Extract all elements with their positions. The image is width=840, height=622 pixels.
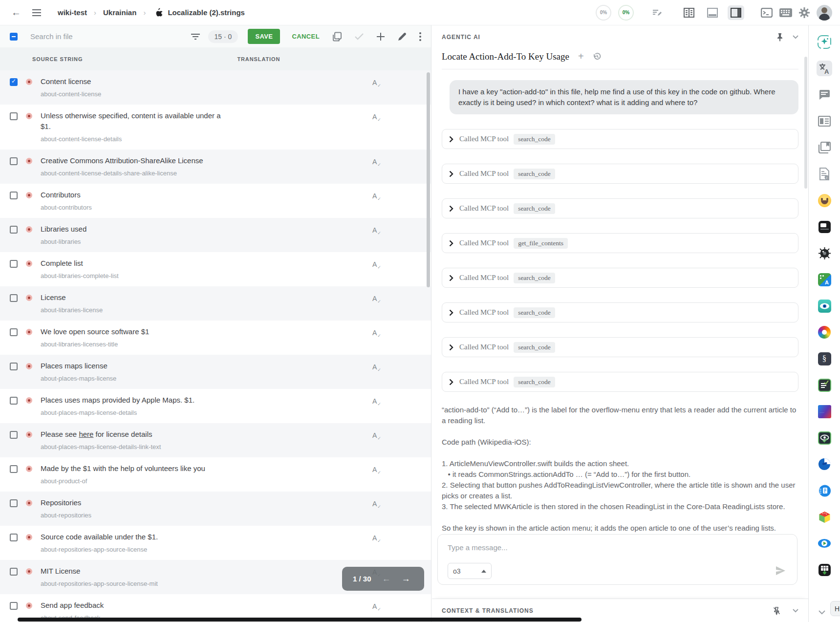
table-row[interactable]: Places maps license about-places-maps-li… [0, 355, 431, 389]
key-name[interactable]: about-places-maps-license [41, 374, 116, 383]
breadcrumb-file[interactable]: Localizable (2).strings [168, 8, 245, 17]
row-checkbox[interactable] [10, 260, 18, 268]
notebook-icon[interactable] [817, 219, 832, 235]
tool-call-row[interactable]: Called MCP tool search_code [442, 198, 798, 218]
table-row[interactable]: Content license about-content-license [0, 70, 431, 105]
source-string[interactable]: Source code available under the $1. [41, 532, 158, 542]
spellcheck-icon[interactable] [372, 602, 381, 611]
row-checkbox[interactable] [10, 226, 18, 234]
tool-call-row[interactable]: Called MCP tool search_code [442, 164, 798, 184]
expand-chevron-icon[interactable] [449, 240, 453, 247]
spellcheck-icon[interactable] [372, 431, 381, 440]
row-checkbox[interactable] [10, 465, 18, 473]
expand-chevron-icon[interactable] [449, 275, 453, 281]
translate-icon[interactable]: A [817, 61, 832, 76]
search-input[interactable] [30, 32, 191, 41]
translator-extension-icon[interactable]: A [817, 272, 832, 287]
key-name[interactable]: about-libraries-licenses-title [41, 340, 149, 349]
qa-eye-check-icon[interactable] [817, 430, 832, 446]
key-name[interactable]: about-content-license-details-share-alik… [41, 169, 203, 178]
source-string[interactable]: Complete list [41, 258, 119, 269]
row-checkbox[interactable] [10, 328, 18, 336]
terminal-icon[interactable] [761, 8, 773, 18]
table-row[interactable]: Creative Commons Attribution-ShareAlike … [0, 150, 431, 184]
select-all-checkbox[interactable] [10, 33, 18, 41]
row-checkbox[interactable] [10, 78, 18, 86]
row-checkbox[interactable] [10, 602, 18, 610]
source-string[interactable]: Please see here for license details [41, 429, 161, 440]
table-row[interactable]: Made by the $1 with the help of voluntee… [0, 457, 431, 492]
layout-right-icon[interactable] [728, 5, 744, 20]
collapse-chevron-icon[interactable] [818, 608, 825, 617]
expand-chevron-icon[interactable] [449, 205, 453, 212]
check-icon[interactable] [355, 33, 364, 40]
source-string[interactable]: We love open source software $1 [41, 326, 149, 337]
table-row[interactable]: We love open source software $1 about-li… [0, 321, 431, 355]
spellcheck-icon[interactable] [372, 192, 381, 200]
row-checkbox[interactable] [10, 363, 18, 370]
video-preview-icon[interactable] [817, 536, 832, 551]
history-icon[interactable] [593, 52, 602, 61]
tool-call-row[interactable]: Called MCP tool search_code [442, 372, 798, 392]
breadcrumb-language[interactable]: Ukrainian [103, 8, 136, 17]
row-checkbox[interactable] [10, 534, 18, 541]
key-name[interactable]: about-product-of [41, 477, 205, 486]
source-string[interactable]: Places uses maps provided by Apple Maps.… [41, 395, 194, 406]
spellcheck-icon[interactable] [372, 294, 381, 303]
pencil-icon[interactable] [398, 32, 407, 41]
row-checkbox[interactable] [10, 294, 18, 302]
key-name[interactable]: about-places-maps-license-details-link-t… [41, 443, 161, 451]
key-name[interactable]: about-repositories [41, 511, 91, 520]
reading-lists-icon[interactable] [817, 140, 832, 155]
key-name[interactable]: about-repositories-app-source-license [41, 545, 158, 554]
source-string[interactable]: Made by the $1 with the help of voluntee… [41, 463, 205, 474]
source-string[interactable]: Send app feedback [41, 600, 104, 611]
expand-chevron-icon[interactable] [449, 379, 453, 386]
unpin-icon[interactable] [773, 606, 781, 615]
source-string[interactable]: Libraries used [41, 224, 86, 235]
spellcheck-icon[interactable] [372, 499, 381, 508]
spellcheck-icon[interactable] [372, 363, 381, 371]
process-doc-icon[interactable] [817, 483, 832, 498]
source-string[interactable]: Unless otherwise specified, content is a… [41, 110, 229, 132]
cancel-button[interactable]: CANCEL [292, 33, 320, 40]
key-name[interactable]: about-contributors [41, 203, 92, 212]
color-wheel-icon[interactable] [817, 324, 832, 340]
pin-icon[interactable] [776, 33, 784, 42]
source-string[interactable]: Repositories [41, 497, 91, 508]
prev-page-icon[interactable]: ← [382, 574, 391, 584]
message-input[interactable] [448, 543, 741, 552]
table-row[interactable]: Places uses maps provided by Apple Maps.… [0, 389, 431, 423]
source-string[interactable]: Contributors [41, 190, 92, 200]
tool-call-row[interactable]: Called MCP tool get_file_contents [442, 233, 798, 253]
plus-icon[interactable] [376, 32, 385, 41]
table-row[interactable]: Contributors about-contributors [0, 184, 431, 218]
table-row[interactable]: Repositories about-repositories [0, 492, 431, 526]
filter-icon[interactable] [191, 33, 200, 41]
row-checkbox[interactable] [10, 431, 18, 439]
tool-call-row[interactable]: Called MCP tool search_code [442, 337, 798, 357]
agentic-ai-sparkle-icon[interactable] [817, 34, 832, 50]
back-icon[interactable]: ← [8, 4, 24, 21]
key-name[interactable]: about-libraries-license [41, 306, 103, 315]
legal-section-icon[interactable]: § [817, 351, 832, 366]
row-checkbox[interactable] [10, 157, 18, 165]
document-info-icon[interactable]: i [817, 166, 832, 182]
key-name[interactable]: about-places-maps-license-details [41, 408, 194, 417]
tool-call-row[interactable]: Called MCP tool search_code [442, 302, 798, 322]
tool-call-row[interactable]: Called MCP tool search_code [442, 268, 798, 288]
table-row[interactable]: Complete list about-libraries-complete-l… [0, 252, 431, 286]
spellcheck-icon[interactable] [372, 534, 381, 542]
table-row[interactable]: Unless otherwise specified, content is a… [0, 105, 431, 150]
tool-call-row[interactable]: Called MCP tool search_code [442, 129, 798, 149]
keyboard-icon[interactable] [779, 8, 792, 17]
expand-chevron-icon[interactable] [449, 309, 453, 316]
duplicate-icon[interactable] [332, 32, 342, 42]
table-row[interactable]: Libraries used about-libraries [0, 218, 431, 252]
comments-icon[interactable] [817, 87, 832, 103]
gradient-app-icon[interactable]: ····· [817, 404, 832, 419]
package-cube-icon[interactable] [817, 509, 832, 525]
key-name[interactable]: about-repositories-app-source-license-mi… [41, 579, 158, 588]
key-name[interactable]: about-content-license [41, 90, 101, 99]
compass-mine-icon[interactable] [817, 245, 832, 261]
